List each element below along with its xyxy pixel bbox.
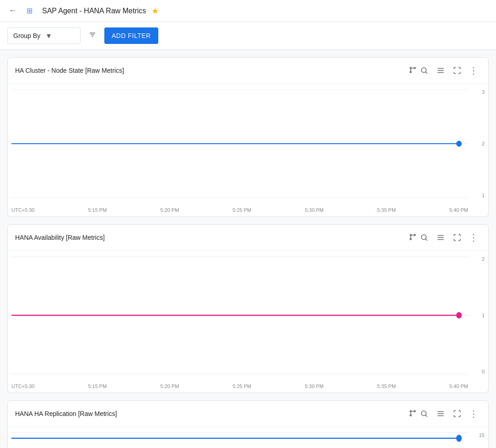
more-button-2[interactable]: ⋮ [466,230,481,245]
chart-actions-3: ⋮ [417,406,481,421]
x-label-4: 5:30 PM [305,207,323,213]
svg-point-30 [421,411,426,416]
x-axis-1: UTC+5:30 5:15 PM 5:20 PM 5:25 PM 5:30 PM… [11,207,468,213]
search-button-1[interactable] [417,63,431,78]
legend-button-3[interactable] [433,406,448,421]
back-icon: ← [9,6,17,16]
x-label-2: 5:20 PM [160,383,179,389]
y-max-1: 3 [471,89,485,95]
chart-body-3: 15 [8,427,488,448]
x-label-3: 5:25 PM [232,383,251,389]
y-min-2: 0 [471,369,485,374]
y-mid-1: 2 [471,141,485,146]
more-button-3[interactable]: ⋮ [466,406,481,421]
search-button-2[interactable] [417,230,431,245]
fullscreen-button-1[interactable] [450,63,464,78]
x-label-2: 5:20 PM [160,207,179,213]
chart-actions-2: ⋮ [417,230,481,245]
svg-point-6 [421,68,426,73]
branch-icon-3 [409,409,417,419]
x-axis-2: UTC+5:30 5:15 PM 5:20 PM 5:25 PM 5:30 PM… [11,383,468,389]
back-button[interactable]: ← [5,4,20,18]
page-title: SAP Agent - HANA Raw Metrics [42,7,146,15]
chart-svg-1 [11,89,468,198]
grid-icon: ⊞ [27,6,32,15]
x-label-6: 5:40 PM [449,383,468,389]
x-label-4: 5:30 PM [305,383,323,389]
chart-svg-3 [11,432,468,448]
svg-point-26 [456,312,462,318]
y-axis-1: 3 2 1 [471,89,485,198]
group-by-dropdown[interactable]: Group By ▾ [7,27,81,44]
more-button-1[interactable]: ⋮ [466,63,481,78]
legend-button-1[interactable] [433,63,448,78]
x-label-3: 5:25 PM [232,207,251,213]
x-label-6: 5:40 PM [449,207,468,213]
chart-card-3: HANA HA Replication [Raw Metrics] [7,400,489,448]
chart-body-2: 2 1 0 UTC+5:30 5:15 PM 5:20 PM 5:25 PM 5… [8,251,488,393]
svg-point-18 [421,235,426,240]
search-button-3[interactable] [417,406,431,421]
chart-title-3: HANA HA Replication [Raw Metrics] [15,410,405,417]
add-filter-button[interactable]: ADD FILTER [104,27,158,44]
y-mid-2: 1 [471,313,485,318]
fullscreen-button-2[interactable] [450,230,464,245]
legend-button-2[interactable] [433,230,448,245]
group-by-label: Group By [13,32,43,39]
branch-icon-1 [409,66,417,76]
chart-actions-1: ⋮ [417,63,481,78]
x-label-1: 5:15 PM [88,207,107,213]
x-label-5: 5:35 PM [377,383,396,389]
chart-card-1: HA Cluster - Node State [Raw Metrics] [7,57,489,217]
chevron-down-icon: ▾ [47,31,76,41]
grid-button[interactable]: ⊞ [22,4,37,18]
y-min-1: 1 [471,193,485,198]
y-max-2: 2 [471,256,485,262]
chart-header-2: HANA Availability [Raw Metrics] [8,225,488,251]
filter-icon [88,31,97,41]
chart-svg-2 [11,256,468,374]
branch-icon-2 [409,233,417,243]
svg-point-37 [456,435,462,442]
chart-title-1: HA Cluster - Node State [Raw Metrics] [15,67,405,74]
chart-card-2: HANA Availability [Raw Metrics] [7,224,489,393]
filter-bar: Group By ▾ ADD FILTER [0,22,496,50]
svg-point-14 [456,141,462,147]
chart-header-1: HA Cluster - Node State [Raw Metrics] [8,58,488,84]
nav-controls: ← ⊞ [5,4,37,18]
y-axis-2: 2 1 0 [471,256,485,374]
top-bar: ← ⊞ SAP Agent - HANA Raw Metrics ★ [0,0,496,22]
star-icon[interactable]: ★ [151,6,159,16]
chart-header-3: HANA HA Replication [Raw Metrics] [8,401,488,427]
chart-body-1: 3 2 1 UTC+5:30 5:15 PM 5:20 PM 5:25 PM [8,84,488,216]
x-label-5: 5:35 PM [377,207,396,213]
y-max-3: 15 [471,432,485,438]
x-label-1: 5:15 PM [88,383,107,389]
charts-container: HA Cluster - Node State [Raw Metrics] [0,50,496,448]
chart-title-2: HANA Availability [Raw Metrics] [15,234,405,241]
x-label-0: UTC+5:30 [11,383,34,389]
filter-button[interactable] [84,27,101,44]
x-label-0: UTC+5:30 [11,207,34,213]
y-axis-3: 15 [471,432,485,448]
fullscreen-button-3[interactable] [450,406,464,421]
